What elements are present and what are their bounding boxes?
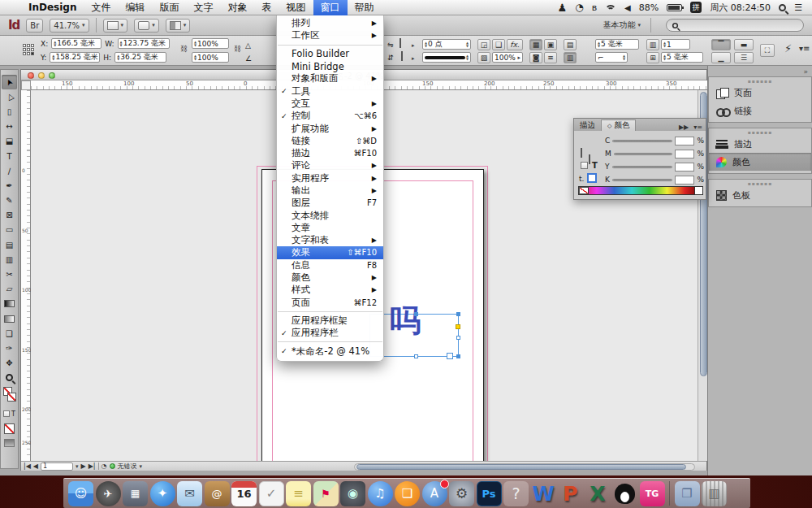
menu-view[interactable]: 视图 xyxy=(279,0,313,15)
arrange-documents-button[interactable]: ▾ xyxy=(166,19,191,33)
bluetooth-icon[interactable]: ʙ xyxy=(592,2,597,13)
cyan-field[interactable] xyxy=(675,137,694,145)
dock-icon-excel[interactable]: X xyxy=(585,481,611,506)
menu-item-articles[interactable]: 文章 xyxy=(277,222,383,234)
black-field[interactable] xyxy=(675,176,694,185)
fill-color-caret[interactable]: ▸ xyxy=(412,55,415,62)
fit-content-proportionally-icon[interactable]: ▣ xyxy=(544,39,557,50)
dock-icon-photoshop[interactable]: Ps xyxy=(477,481,502,506)
drop-shadow-icon[interactable]: ❑ xyxy=(492,39,505,50)
screen-mode-button[interactable]: ▾ xyxy=(134,19,159,33)
magenta-slider[interactable] xyxy=(614,153,673,155)
dock-icon-word[interactable]: W xyxy=(531,481,556,506)
justify-icon[interactable]: ☰ xyxy=(734,52,754,63)
workspace-switcher[interactable]: 基本功能▾ xyxy=(599,19,644,33)
dock-icon-finder[interactable]: ☺ xyxy=(68,481,93,506)
menu-item-info[interactable]: 信息F8 xyxy=(277,259,383,271)
selection-tool[interactable]: ➤ xyxy=(2,75,17,89)
opacity-icon[interactable]: ▨ xyxy=(477,52,490,63)
menu-layout[interactable]: 版面 xyxy=(153,0,187,15)
page-list-caret[interactable]: ▾ xyxy=(76,463,79,470)
view-options-button[interactable]: ▾ xyxy=(103,19,128,33)
corner-edit-handle[interactable] xyxy=(456,324,460,329)
panel-menu-icon[interactable]: ▾≡ xyxy=(799,44,810,53)
page-number-field[interactable]: 1 xyxy=(41,462,73,471)
menu-item-tools[interactable]: ✓工具 xyxy=(277,85,383,97)
dock-icon-trash[interactable]: ▥ xyxy=(702,481,727,506)
columns-field[interactable]: ▲▼1 xyxy=(661,39,690,50)
scissors-tool[interactable]: ✂ xyxy=(2,267,17,281)
horizontal-scrollbar[interactable] xyxy=(354,463,695,471)
stroke-weight-field[interactable]: ▲▼0 点▲▼ xyxy=(422,39,471,50)
panel-button-color[interactable]: 颜色 xyxy=(709,153,811,171)
wrap-bounding-icon[interactable]: ▥ xyxy=(564,52,577,63)
battery-icon[interactable] xyxy=(667,4,682,11)
black-slider[interactable] xyxy=(612,179,673,181)
gradient-swatch-tool[interactable] xyxy=(2,297,17,311)
menu-item-stroke[interactable]: 描边⌘F10 xyxy=(277,147,383,159)
cyan-slider[interactable] xyxy=(612,140,672,142)
magenta-field[interactable] xyxy=(675,150,694,158)
dock-icon-ibooks[interactable]: ❏ xyxy=(395,481,420,506)
frame-handle-top-right[interactable] xyxy=(456,312,460,316)
formatting-affects-container-icon[interactable] xyxy=(581,162,588,171)
panel-button-swatches[interactable]: 色板 xyxy=(709,186,811,204)
frame-handle-right-center[interactable] xyxy=(456,336,460,340)
menu-item-styles[interactable]: 样式▶ xyxy=(277,284,383,296)
stroke-color-caret[interactable]: ▸ xyxy=(412,42,415,49)
dock-icon-unknown-app[interactable]: ? xyxy=(503,481,529,506)
formatting-affects-text-icon[interactable]: T xyxy=(592,161,598,170)
last-page-button[interactable]: ▶| xyxy=(89,462,96,470)
menu-item-layers[interactable]: 图层F7 xyxy=(277,197,383,209)
dock-icon-system-preferences[interactable]: ⚙ xyxy=(449,481,474,506)
menu-item-control[interactable]: ✓控制⌥⌘6 xyxy=(277,110,383,122)
dock-icon-qq[interactable] xyxy=(612,481,637,506)
hand-tool[interactable]: ✥ xyxy=(2,356,17,371)
eyedropper-tool[interactable]: ✑ xyxy=(2,341,17,355)
pencil-tool[interactable]: ✎ xyxy=(2,193,17,208)
color-panel-menu-icon[interactable]: ▾≡ xyxy=(693,124,702,131)
menu-item-folio-builder[interactable]: Folio Builder xyxy=(277,48,383,60)
vertical-ruler[interactable]: 0 50 100 150 200 250 xyxy=(21,90,31,461)
screen-mode-toggle[interactable] xyxy=(2,436,17,450)
frame-handle-bottom-right[interactable] xyxy=(456,354,460,358)
corner-radius-field[interactable]: ▲▼5 毫米 xyxy=(595,39,639,50)
note-tool[interactable]: ❑ xyxy=(2,326,17,341)
direct-selection-tool[interactable]: ▷ xyxy=(2,89,17,104)
color-spectrum-ramp[interactable] xyxy=(578,186,703,195)
menu-type[interactable]: 文字 xyxy=(187,0,221,15)
menubar-clock[interactable]: 周六 08:24:50 xyxy=(710,2,771,14)
stroke-type-dropdown[interactable]: ▲▼ xyxy=(422,52,471,63)
width-field[interactable]: ▲▼123.75 毫米 xyxy=(118,38,170,49)
horizontal-grid-tool[interactable]: ▤ xyxy=(2,237,17,252)
last-color-proxy[interactable] xyxy=(587,173,597,183)
horizontal-scroll-thumb[interactable] xyxy=(356,464,686,470)
wrap-none-icon[interactable]: ▤ xyxy=(564,39,577,50)
reference-point-proxy[interactable] xyxy=(23,44,34,55)
menu-edit[interactable]: 编辑 xyxy=(119,0,153,15)
align-top-icon[interactable]: ▔ xyxy=(711,39,731,50)
frame-handle-top-center[interactable] xyxy=(414,312,418,316)
gradient-feather-tool[interactable] xyxy=(2,311,17,326)
menu-item-object-layout[interactable]: 对象和版面▶ xyxy=(277,72,383,85)
menu-table[interactable]: 表 xyxy=(255,0,279,15)
dock-icon-mail[interactable]: ✉ xyxy=(177,481,202,506)
prev-page-button[interactable]: ◀ xyxy=(33,462,38,470)
dock-icon-contacts[interactable]: @ xyxy=(205,481,230,506)
page-tool[interactable]: ▯ xyxy=(2,104,17,119)
scale-y-field[interactable]: ▲▼100% xyxy=(192,52,229,63)
constrain-scale-icon[interactable]: ⛓ xyxy=(234,45,241,53)
height-field[interactable]: ▲▼36.25 毫米 xyxy=(114,52,166,63)
opacity-field[interactable]: 100%▸ xyxy=(492,52,523,63)
ruler-origin-box[interactable] xyxy=(21,80,31,90)
stroke-proxy-none[interactable] xyxy=(589,154,590,164)
menu-object[interactable]: 对象 xyxy=(221,0,255,15)
gap-tool[interactable]: ↔ xyxy=(2,119,17,134)
zoom-tool[interactable] xyxy=(2,371,17,385)
dock-icon-itunes[interactable]: ♫ xyxy=(368,481,393,506)
menu-item-pages[interactable]: 页面⌘F12 xyxy=(277,297,383,309)
align-center-icon[interactable]: ▬ xyxy=(734,39,754,50)
app-menu[interactable]: InDesign xyxy=(21,0,84,15)
menu-item-comments[interactable]: 评论▶ xyxy=(277,159,383,172)
type-tool[interactable]: T xyxy=(2,149,17,163)
